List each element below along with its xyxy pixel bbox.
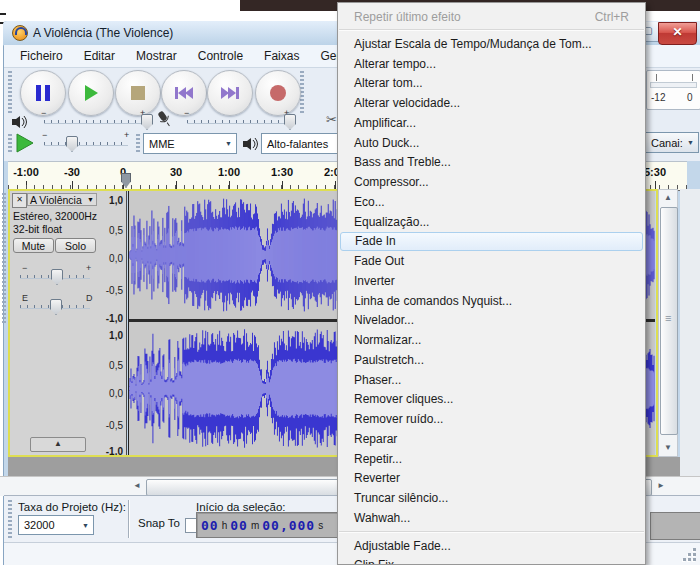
menu-item-auto-duck[interactable]: Auto Duck... xyxy=(338,133,645,153)
record-button[interactable] xyxy=(255,70,301,116)
menu-item-nivelador[interactable]: Nivelador... xyxy=(338,311,645,331)
pause-icon xyxy=(34,84,52,102)
chevron-down-icon: ▼ xyxy=(78,522,93,529)
menubar-item-mostrar[interactable]: Mostrar xyxy=(126,46,187,66)
menubar-item-faixas[interactable]: Faixas xyxy=(254,46,309,66)
menu-item-bass-and-treble[interactable]: Bass and Treble... xyxy=(338,153,645,173)
menu-item-equaliza-o[interactable]: Equalização... xyxy=(338,212,645,232)
time-digit: 0 xyxy=(289,518,298,533)
timeline-label: -30 xyxy=(64,166,80,178)
stop-icon xyxy=(130,85,146,101)
menu-item-repetir[interactable]: Repetir... xyxy=(338,449,645,469)
timeline-label: 5:30 xyxy=(644,166,666,178)
menu-item-compressor[interactable]: Compressor... xyxy=(338,172,645,192)
audacity-logo-icon xyxy=(12,25,28,41)
channels-select[interactable]: Canai: ▼ xyxy=(645,132,699,153)
menu-item-linha-de-comandos-nyquist[interactable]: Linha de comandos Nyquist... xyxy=(338,291,645,311)
timeline-major-tick xyxy=(72,181,73,189)
menu-item-label: Reparar xyxy=(354,432,397,446)
menu-item-remover-ru-do[interactable]: Remover ruído... xyxy=(338,409,645,429)
scroll-right-arrow[interactable]: ► xyxy=(652,478,670,494)
menu-item-alterar-tempo[interactable]: Alterar tempo... xyxy=(338,54,645,74)
play-at-speed-button[interactable] xyxy=(14,132,36,158)
output-device-select[interactable]: Alto-falantes xyxy=(261,133,339,154)
resize-grip[interactable] xyxy=(688,553,691,556)
resize-grip[interactable] xyxy=(688,558,691,561)
timeline-major-tick xyxy=(335,181,336,189)
menubar-item-controle[interactable]: Controle xyxy=(188,46,253,66)
meter-bar-left xyxy=(650,82,697,88)
menubar-item-editar[interactable]: Editar xyxy=(74,46,125,66)
menu-item-amplificar[interactable]: Amplificar... xyxy=(338,113,645,133)
play-at-speed-icon xyxy=(14,132,36,154)
window-title: A Violência (The Violence) xyxy=(33,26,173,40)
resize-grip[interactable] xyxy=(693,558,696,561)
input-volume-slider[interactable] xyxy=(187,120,287,124)
menu-item-eco[interactable]: Eco... xyxy=(338,192,645,212)
menu-item-label: Equalização... xyxy=(354,215,429,229)
selection-start-time-display[interactable]: 00h00m00,000s xyxy=(196,512,342,538)
transport-toolbar-grip[interactable] xyxy=(8,71,12,113)
menu-item-ajustar-escala-de-tempo-mudan-a-de-tom[interactable]: Ajustar Escala de Tempo/Mudança de Tom..… xyxy=(338,34,645,54)
menu-item-fade-in[interactable]: Fade In xyxy=(340,232,643,252)
menu-item-reparar[interactable]: Reparar xyxy=(338,429,645,449)
menu-separator xyxy=(339,531,644,533)
menu-item-label: Clip Fix... xyxy=(354,558,404,565)
menu-item-inverter[interactable]: Inverter xyxy=(338,271,645,291)
selection-toolbar-grip[interactable] xyxy=(8,500,12,538)
skip-to-end-button[interactable] xyxy=(207,70,253,116)
time-display-sliver[interactable] xyxy=(650,512,700,540)
time-digit: 0 xyxy=(230,518,239,533)
resize-grip[interactable] xyxy=(683,558,686,561)
scroll-left-arrow[interactable]: ◄ xyxy=(128,478,146,494)
play-button[interactable] xyxy=(68,70,114,116)
scroll-down-arrow[interactable]: ▼ xyxy=(659,440,677,456)
menu-item-label: Eco... xyxy=(354,195,385,209)
menu-item-paulstretch[interactable]: Paulstretch... xyxy=(338,350,645,370)
menu-item-fade-out[interactable]: Fade Out xyxy=(338,251,645,271)
plus-label: + xyxy=(124,130,129,140)
timeline-major-tick xyxy=(229,181,230,189)
timeline-major-tick xyxy=(26,181,27,189)
minus-label: − xyxy=(41,108,46,118)
menu-item-label: Remover cliques... xyxy=(354,392,453,406)
resize-grip[interactable] xyxy=(693,548,696,551)
menu-item-label: Ajustar Escala de Tempo/Mudança de Tom..… xyxy=(354,37,592,51)
menu-item-phaser[interactable]: Phaser... xyxy=(338,370,645,390)
scroll-up-arrow[interactable]: ▲ xyxy=(659,190,677,206)
timeline-major-tick xyxy=(655,181,656,189)
chevron-down-icon: ▼ xyxy=(683,139,698,146)
menu-item-normalizar[interactable]: Normalizar... xyxy=(338,330,645,350)
menubar-item-ficheiro[interactable]: Ficheiro xyxy=(10,46,73,66)
scissors-icon: ✂ xyxy=(326,112,337,127)
project-rate-select[interactable]: 32000 ▼ xyxy=(18,515,94,535)
menu-item-wahwah[interactable]: Wahwah... xyxy=(338,508,645,528)
audio-host-select[interactable]: MME ▼ xyxy=(143,133,237,154)
skip-start-icon xyxy=(174,85,194,101)
window-edge-grip[interactable] xyxy=(2,193,6,323)
timeline-label: 1:30 xyxy=(271,166,293,178)
vertical-scrollbar[interactable]: ▲ ▼ xyxy=(658,189,678,457)
menu-item-reverter[interactable]: Reverter xyxy=(338,469,645,489)
close-button[interactable]: ✕ xyxy=(658,22,697,45)
resize-grip[interactable] xyxy=(693,553,696,556)
menu-item-label: Normalizar... xyxy=(354,333,421,347)
menu-item-remover-cliques[interactable]: Remover cliques... xyxy=(338,390,645,410)
menu-item-alterar-velocidade[interactable]: Alterar velocidade... xyxy=(338,93,645,113)
device-toolbar-grip[interactable] xyxy=(136,134,140,154)
menu-item-shortcut: Ctrl+R xyxy=(595,10,629,24)
menu-item-label: Linha de comandos Nyquist... xyxy=(354,294,512,308)
menu-item-truncar-sil-ncio[interactable]: Truncar silêncio... xyxy=(338,488,645,508)
menu-item-alterar-tom[interactable]: Alterar tom... xyxy=(338,74,645,94)
menu-item-label: Paulstretch... xyxy=(354,353,424,367)
output-volume-slider[interactable] xyxy=(44,120,144,124)
stop-button[interactable] xyxy=(115,70,161,116)
timeline-label: 1:00 xyxy=(218,166,240,178)
time-unit: s xyxy=(318,520,323,531)
menu-item-adjustable-fade[interactable]: Adjustable Fade... xyxy=(338,536,645,556)
toolbar-grip[interactable] xyxy=(8,134,12,154)
time-unit: m xyxy=(251,520,259,531)
playback-speed-slider[interactable] xyxy=(44,142,128,146)
vertical-scrollbar-thumb[interactable] xyxy=(660,207,678,435)
menu-item-clip-fix[interactable]: Clip Fix... xyxy=(338,556,645,565)
